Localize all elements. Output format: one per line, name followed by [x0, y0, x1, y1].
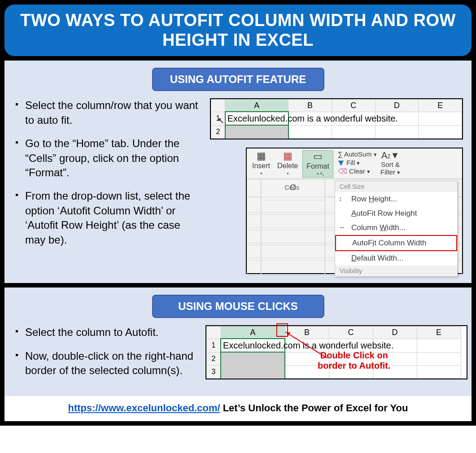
- dropdown-item-autofit-column-width: AutoFit Column Width: [335, 235, 457, 251]
- section-mouse-clicks: USING MOUSE CLICKS Select the column to …: [4, 287, 472, 396]
- page-title: TWO WAYS TO AUTOFIT COLUMN WIDTH AND ROW…: [4, 4, 472, 56]
- footer-link[interactable]: https://www.excelunlocked.com/: [68, 402, 220, 414]
- row-height-icon: ↕: [339, 195, 342, 202]
- insert-button: ▦ Insert ▾: [249, 150, 273, 177]
- dropdown-item-default-width: Default Width...: [335, 251, 457, 266]
- dropdown-item-autofit-row-height: AutoFit Row Height: [335, 206, 457, 221]
- format-label: Format: [306, 162, 329, 170]
- column-header: B: [288, 100, 332, 112]
- delete-button: ▦ Delete ▾: [275, 150, 301, 177]
- cells-group-label: Cells: [284, 183, 299, 191]
- cell: [375, 125, 419, 139]
- column-header: D: [375, 100, 419, 112]
- column-header: D: [373, 327, 417, 339]
- column-header: E: [419, 100, 462, 112]
- sort-label-2: Filter: [380, 168, 395, 176]
- cell: [332, 125, 375, 139]
- delete-label: Delete: [277, 162, 298, 170]
- autosum-label: AutoSum: [344, 150, 372, 158]
- fill-label: Fill: [346, 159, 355, 166]
- autosum-icon: ∑: [338, 150, 343, 158]
- section1-bullet: Go to the “Home” tab. Under the “Cells” …: [15, 136, 199, 180]
- double-click-callout: Double Click on border to Autofit.: [318, 350, 391, 371]
- cell-a1-text: Excelunlocked.com is a wonderful website…: [227, 113, 398, 124]
- dropdown-header: Cell Size: [335, 181, 457, 192]
- cell-a1: ↖ Excelunlocked.com is a wonderful websi…: [225, 112, 288, 125]
- section2-bullet: Now, double-click on the right-hand bord…: [15, 349, 195, 378]
- infographic-page: TWO WAYS TO AUTOFIT COLUMN WIDTH AND ROW…: [0, 0, 476, 426]
- cursor-icon: ↖: [218, 116, 224, 126]
- footer-tagline: Let’s Unlock the Power of Excel for You: [220, 402, 408, 414]
- column-header: C: [332, 100, 375, 112]
- cell-a1: Excelunlocked.com is a wonderful website…: [221, 339, 285, 352]
- sort-filter-button: AZ▼ Sort & Filter ▾: [380, 150, 401, 176]
- insert-label: Insert: [252, 162, 270, 170]
- section1-bullets: Select the column/row that you want to a…: [15, 98, 199, 274]
- select-all-corner: [211, 100, 225, 112]
- section1-bullet: From the drop-down list, select the opti…: [15, 189, 199, 247]
- section1-title: USING AUTOFIT FEATURE: [152, 68, 324, 91]
- section2-bullet: Select the column to Autofit.: [15, 325, 195, 340]
- format-dropdown: Cell Size ↕ Row Height... AutoFit Row He…: [335, 181, 458, 277]
- section2-illustrations: A B C D E 1 Excelunlocked.com is a wonde…: [205, 325, 467, 387]
- format-button: ▭ Format ▾↖: [302, 150, 333, 178]
- row-header: 2: [211, 125, 225, 139]
- dropdown-indicator-icon: ▾: [260, 171, 262, 176]
- clear-label: Clear: [349, 167, 365, 175]
- dropdown-footer: Visibility: [335, 266, 457, 276]
- insert-icon: ▦: [257, 151, 266, 161]
- column-header: B: [285, 327, 329, 339]
- footer: https://www.excelunlocked.com/ Let’s Unl…: [4, 396, 472, 421]
- delete-icon: ▦: [283, 151, 293, 161]
- dropdown-item-row-height: ↕ Row Height...: [335, 192, 457, 206]
- cell: [419, 125, 462, 139]
- section1-illustrations: A B C D E 1 ↖ Excelunlocked.com is a won…: [210, 98, 463, 274]
- row-header: 3: [207, 366, 221, 379]
- dropdown-item-column-width: ↔ Column Width...: [335, 221, 457, 235]
- cell: [419, 112, 462, 125]
- column-header: A: [221, 327, 285, 339]
- sort-label-1: Sort &: [381, 161, 400, 168]
- cell: [225, 125, 288, 139]
- dropdown-indicator-icon: ▾↖: [317, 171, 319, 176]
- column-header: C: [329, 327, 373, 339]
- select-all-corner: [207, 327, 221, 339]
- double-click-line2: border to Autofit.: [318, 361, 391, 371]
- double-click-line1: Double Click on: [318, 350, 391, 361]
- column-width-icon: ↔: [339, 223, 345, 231]
- format-icon: ▭: [313, 152, 323, 161]
- section2-bullets: Select the column to Autofit. Now, doubl…: [15, 325, 195, 387]
- section2-title: USING MOUSE CLICKS: [152, 295, 324, 318]
- dropdown-indicator-icon: ▾: [287, 171, 289, 176]
- section1-bullet: Select the column/row that you want to a…: [15, 98, 199, 127]
- excel-ribbon-illustration: ▦ Insert ▾ ▦ Delete ▾ ▭ Format ▾↖: [246, 148, 463, 274]
- clear-icon: ⌫: [338, 167, 347, 175]
- section-autofit-feature: USING AUTOFIT FEATURE Select the column/…: [4, 61, 472, 283]
- fill-icon: ⯆: [338, 159, 345, 166]
- cell: [288, 125, 332, 139]
- excel-grid-autofit: A B C D E 1 ↖ Excelunlocked.com is a won…: [210, 98, 463, 139]
- editing-group: ∑ AutoSum ▾ ⯆ Fill ▾ ⌫ Clear ▾: [338, 150, 377, 175]
- column-header: E: [417, 327, 461, 339]
- column-header: A: [225, 100, 288, 112]
- row-header: 1: [207, 339, 221, 352]
- row-header: 2: [207, 352, 221, 366]
